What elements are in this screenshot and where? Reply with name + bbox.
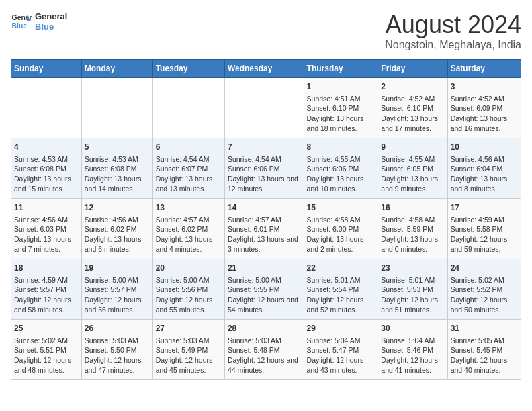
day-number: 1	[307, 81, 375, 93]
day-number: 10	[451, 142, 518, 153]
day-number: 7	[228, 142, 301, 153]
day-info: Sunrise: 4:54 AM	[228, 154, 301, 165]
calendar-cell: 4Sunrise: 4:53 AMSunset: 6:08 PMDaylight…	[11, 138, 82, 199]
calendar-cell	[11, 78, 82, 138]
day-number: 28	[228, 323, 301, 334]
day-info: Sunrise: 4:53 AM	[85, 154, 150, 165]
day-number: 14	[228, 202, 301, 214]
day-number: 11	[14, 202, 79, 214]
day-info: Daylight: 13 hours and 4 minutes.	[156, 234, 222, 254]
day-info: Daylight: 12 hours and 54 minutes.	[228, 295, 301, 314]
day-info: Sunset: 6:08 PM	[14, 164, 79, 174]
day-number: 26	[85, 323, 150, 334]
day-number: 17	[451, 202, 518, 214]
day-info: Sunset: 5:59 PM	[381, 224, 444, 234]
day-number: 12	[85, 202, 150, 214]
calendar-cell: 25Sunrise: 5:02 AMSunset: 5:51 PMDayligh…	[11, 320, 82, 380]
calendar-cell	[81, 78, 152, 138]
day-info: Daylight: 13 hours and 10 minutes.	[307, 174, 375, 193]
day-info: Sunrise: 4:52 AM	[381, 94, 444, 104]
day-number: 18	[14, 263, 79, 274]
day-info: Sunset: 6:01 PM	[228, 224, 301, 234]
day-info: Sunrise: 5:05 AM	[451, 336, 518, 346]
week-row-1: 1Sunrise: 4:51 AMSunset: 6:10 PMDaylight…	[11, 78, 521, 138]
day-number: 30	[381, 323, 444, 334]
day-info: Sunrise: 5:01 AM	[381, 275, 444, 285]
calendar-cell: 3Sunrise: 4:52 AMSunset: 6:09 PMDaylight…	[447, 78, 521, 138]
day-info: Sunrise: 4:58 AM	[307, 215, 375, 225]
calendar-cell: 15Sunrise: 4:58 AMSunset: 6:00 PMDayligh…	[304, 199, 378, 259]
day-number: 8	[307, 142, 375, 153]
day-number: 4	[14, 142, 79, 153]
calendar-cell: 20Sunrise: 5:00 AMSunset: 5:56 PMDayligh…	[152, 259, 224, 320]
calendar-cell: 6Sunrise: 4:54 AMSunset: 6:07 PMDaylight…	[152, 138, 224, 199]
day-info: Sunrise: 5:02 AM	[451, 275, 518, 285]
day-info: Daylight: 12 hours and 45 minutes.	[156, 355, 222, 375]
day-number: 20	[156, 263, 222, 274]
day-info: Sunset: 5:46 PM	[381, 345, 444, 355]
day-info: Sunrise: 4:53 AM	[14, 154, 79, 165]
day-info: Sunset: 6:08 PM	[85, 164, 150, 174]
day-info: Sunset: 5:52 PM	[451, 285, 518, 295]
day-info: Sunset: 5:58 PM	[451, 224, 518, 234]
calendar-cell: 28Sunrise: 5:03 AMSunset: 5:48 PMDayligh…	[224, 320, 304, 380]
header-friday: Friday	[378, 60, 447, 78]
calendar-cell: 7Sunrise: 4:54 AMSunset: 6:06 PMDaylight…	[224, 138, 304, 199]
calendar-title: August 2024	[385, 11, 521, 39]
day-info: Sunset: 6:05 PM	[381, 164, 444, 174]
day-info: Daylight: 13 hours and 8 minutes.	[451, 174, 518, 193]
logo: General Blue General Blue	[11, 11, 67, 32]
header-sunday: Sunday	[11, 60, 82, 78]
calendar-cell: 13Sunrise: 4:57 AMSunset: 6:02 PMDayligh…	[152, 199, 224, 259]
day-info: Sunset: 6:00 PM	[307, 224, 375, 234]
day-info: Sunset: 5:45 PM	[451, 345, 518, 355]
day-number: 24	[451, 263, 518, 274]
day-info: Sunrise: 5:00 AM	[228, 275, 301, 285]
day-info: Sunset: 5:55 PM	[228, 285, 301, 295]
day-number: 15	[307, 202, 375, 214]
day-info: Sunrise: 4:56 AM	[14, 215, 79, 225]
day-info: Sunset: 6:03 PM	[14, 224, 79, 234]
calendar-cell: 12Sunrise: 4:56 AMSunset: 6:02 PMDayligh…	[81, 199, 152, 259]
header-monday: Monday	[81, 60, 152, 78]
calendar-cell: 26Sunrise: 5:03 AMSunset: 5:50 PMDayligh…	[81, 320, 152, 380]
day-info: Daylight: 12 hours and 52 minutes.	[307, 295, 375, 314]
day-info: Daylight: 12 hours and 59 minutes.	[451, 234, 518, 254]
calendar-cell: 1Sunrise: 4:51 AMSunset: 6:10 PMDaylight…	[304, 78, 378, 138]
day-number: 25	[14, 323, 79, 334]
day-number: 2	[381, 81, 444, 93]
header-wednesday: Wednesday	[224, 60, 304, 78]
calendar-cell: 19Sunrise: 5:00 AMSunset: 5:57 PMDayligh…	[81, 259, 152, 320]
day-number: 29	[307, 323, 375, 334]
calendar-cell: 10Sunrise: 4:56 AMSunset: 6:04 PMDayligh…	[447, 138, 521, 199]
day-info: Daylight: 13 hours and 14 minutes.	[85, 174, 150, 193]
day-info: Sunset: 5:47 PM	[307, 345, 375, 355]
day-number: 9	[381, 142, 444, 153]
calendar-cell: 21Sunrise: 5:00 AMSunset: 5:55 PMDayligh…	[224, 259, 304, 320]
day-info: Daylight: 13 hours and 6 minutes.	[85, 234, 150, 254]
day-info: Sunset: 5:53 PM	[381, 285, 444, 295]
calendar-cell: 17Sunrise: 4:59 AMSunset: 5:58 PMDayligh…	[447, 199, 521, 259]
day-info: Sunrise: 5:03 AM	[156, 336, 222, 346]
header-row: SundayMondayTuesdayWednesdayThursdayFrid…	[11, 60, 521, 78]
calendar-table: SundayMondayTuesdayWednesdayThursdayFrid…	[11, 59, 521, 380]
logo-line2: Blue	[35, 21, 67, 32]
logo-line1: General	[35, 11, 67, 21]
calendar-body: 1Sunrise: 4:51 AMSunset: 6:10 PMDaylight…	[11, 78, 521, 380]
calendar-cell: 24Sunrise: 5:02 AMSunset: 5:52 PMDayligh…	[447, 259, 521, 320]
day-info: Daylight: 13 hours and 15 minutes.	[14, 174, 79, 193]
calendar-cell: 18Sunrise: 4:59 AMSunset: 5:57 PMDayligh…	[11, 259, 82, 320]
day-info: Sunrise: 4:57 AM	[156, 215, 222, 225]
day-info: Sunrise: 5:04 AM	[307, 336, 375, 346]
logo-icon: General Blue	[11, 11, 32, 32]
calendar-cell: 27Sunrise: 5:03 AMSunset: 5:49 PMDayligh…	[152, 320, 224, 380]
day-info: Daylight: 12 hours and 56 minutes.	[85, 295, 150, 314]
day-info: Daylight: 12 hours and 40 minutes.	[451, 355, 518, 375]
day-number: 3	[451, 81, 518, 93]
calendar-cell: 23Sunrise: 5:01 AMSunset: 5:53 PMDayligh…	[378, 259, 447, 320]
calendar-cell: 5Sunrise: 4:53 AMSunset: 6:08 PMDaylight…	[81, 138, 152, 199]
day-info: Daylight: 13 hours and 9 minutes.	[381, 174, 444, 193]
calendar-cell: 2Sunrise: 4:52 AMSunset: 6:10 PMDaylight…	[378, 78, 447, 138]
calendar-cell: 9Sunrise: 4:55 AMSunset: 6:05 PMDaylight…	[378, 138, 447, 199]
calendar-cell: 30Sunrise: 5:04 AMSunset: 5:46 PMDayligh…	[378, 320, 447, 380]
